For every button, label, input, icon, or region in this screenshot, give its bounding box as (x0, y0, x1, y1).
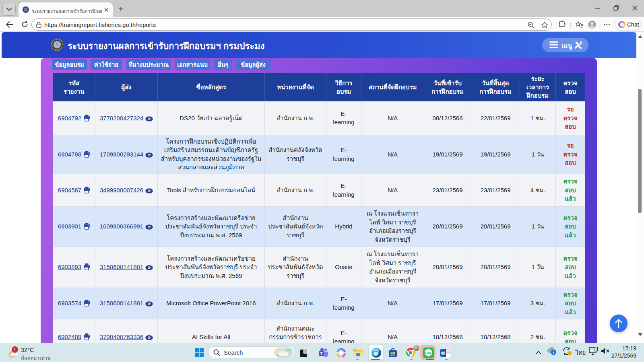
svg-text:LINE: LINE (425, 351, 431, 354)
svg-text:W: W (441, 350, 445, 355)
svg-text:T: T (320, 351, 323, 356)
svg-text:i: i (553, 351, 554, 355)
svg-text:1: 1 (14, 347, 16, 352)
